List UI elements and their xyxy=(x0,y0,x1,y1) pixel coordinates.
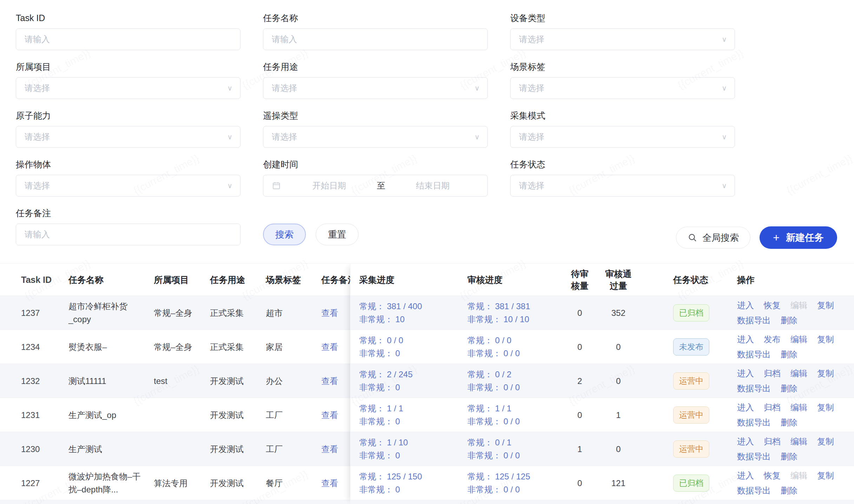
task-name-input[interactable]: 请输入 xyxy=(263,28,488,50)
cell-pending: 0 xyxy=(562,477,597,490)
action-archive[interactable]: 归档 xyxy=(764,401,781,414)
action-copy[interactable]: 复制 xyxy=(817,333,834,346)
filter-field-task-id: Task ID 请输入 xyxy=(16,13,241,50)
action-restore[interactable]: 恢复 xyxy=(764,299,781,312)
cell-passed: 0 xyxy=(597,340,639,353)
col-collect-progress: 采集进度 xyxy=(359,274,467,286)
cell-task-name: 微波炉加热食物–干扰–depth降... xyxy=(68,470,154,496)
cell-task-name: 生产测试 xyxy=(68,443,154,456)
action-export[interactable]: 数据导出 xyxy=(737,314,771,327)
view-note-link[interactable]: 查看 xyxy=(321,308,338,318)
object-select[interactable]: 请选择 ∨ xyxy=(16,175,241,197)
status-badge: 已归档 xyxy=(673,475,709,492)
global-search-label: 全局搜索 xyxy=(702,232,739,244)
cell-status: 已归档 xyxy=(673,475,733,492)
filter-label: 所属项目 xyxy=(16,61,241,72)
view-note-link[interactable]: 查看 xyxy=(321,410,338,420)
placeholder-text: 请输入 xyxy=(272,34,297,45)
filter-field-create-time: 创建时间 开始日期 至 结束日期 xyxy=(263,159,488,197)
placeholder-text: 请选择 xyxy=(519,34,544,45)
action-copy[interactable]: 复制 xyxy=(817,435,834,448)
global-search-button[interactable]: 全局搜索 xyxy=(676,227,750,248)
filter-field-task-remark: 任务备注 请输入 xyxy=(16,208,241,245)
view-note-link[interactable]: 查看 xyxy=(321,376,338,386)
end-date-placeholder: 结束日期 xyxy=(387,180,479,191)
action-copy[interactable]: 复制 xyxy=(817,469,834,482)
cell-actions: 进入归档编辑复制数据导出删除 xyxy=(737,401,854,429)
atomic-ability-select[interactable]: 请选择 ∨ xyxy=(16,126,241,148)
device-type-select[interactable]: 请选择 ∨ xyxy=(510,28,735,50)
scene-tag-select[interactable]: 请选择 ∨ xyxy=(510,77,735,99)
action-enter[interactable]: 进入 xyxy=(737,435,754,448)
cell-passed: 121 xyxy=(597,477,639,490)
filter-field-task-status: 任务状态 请选择 ∨ xyxy=(510,159,735,197)
create-time-range[interactable]: 开始日期 至 结束日期 xyxy=(263,175,488,197)
teleop-type-select[interactable]: 请选择 ∨ xyxy=(263,126,488,148)
action-edit: 编辑 xyxy=(790,469,807,482)
action-copy[interactable]: 复制 xyxy=(817,367,834,380)
filter-field-project: 所属项目 请选择 ∨ xyxy=(16,61,241,99)
task-status-select[interactable]: 请选择 ∨ xyxy=(510,175,735,197)
search-button[interactable]: 搜索 xyxy=(263,224,306,245)
create-task-label: 新建任务 xyxy=(786,231,824,244)
filter-label: 任务名称 xyxy=(263,13,488,23)
action-export[interactable]: 数据导出 xyxy=(737,450,771,463)
action-publish[interactable]: 发布 xyxy=(764,333,781,346)
action-enter[interactable]: 进入 xyxy=(737,333,754,346)
action-enter[interactable]: 进入 xyxy=(737,469,754,482)
search-icon xyxy=(688,233,697,243)
usage-select[interactable]: 请选择 ∨ xyxy=(263,77,488,99)
cell-task-id: 1231 xyxy=(21,409,68,422)
reset-button[interactable]: 重置 xyxy=(316,224,359,245)
cell-review-progress: 常规： 0 / 1非常规： 0 / 0 xyxy=(467,436,562,462)
cell-task-name: 生产测试_op xyxy=(68,409,154,422)
action-export[interactable]: 数据导出 xyxy=(737,484,771,497)
filter-field-object: 操作物体 请选择 ∨ xyxy=(16,159,241,197)
chevron-down-icon: ∨ xyxy=(227,84,232,92)
filter-label: 任务用途 xyxy=(263,61,488,72)
action-copy[interactable]: 复制 xyxy=(817,299,834,312)
action-copy[interactable]: 复制 xyxy=(817,401,834,414)
col-usage: 任务用途 xyxy=(210,274,266,286)
placeholder-text: 请选择 xyxy=(519,180,544,191)
cell-review-progress: 常规： 125 / 125非常规： 0 / 0 xyxy=(467,470,562,496)
action-delete[interactable]: 删除 xyxy=(781,382,797,395)
action-edit[interactable]: 编辑 xyxy=(790,333,807,346)
action-archive[interactable]: 归档 xyxy=(764,367,781,380)
cell-actions: 进入归档编辑复制数据导出删除 xyxy=(737,367,854,395)
action-delete[interactable]: 删除 xyxy=(781,416,797,429)
filter-label: 场景标签 xyxy=(510,61,735,72)
view-note-link[interactable]: 查看 xyxy=(321,444,338,454)
action-archive[interactable]: 归档 xyxy=(764,435,781,448)
project-select[interactable]: 请选择 ∨ xyxy=(16,77,241,99)
action-delete[interactable]: 删除 xyxy=(781,314,797,327)
cell-usage: 开发测试 xyxy=(210,443,266,456)
action-delete[interactable]: 删除 xyxy=(781,348,797,361)
action-edit[interactable]: 编辑 xyxy=(790,367,807,380)
task-remark-input[interactable]: 请输入 xyxy=(16,224,241,245)
view-note-link[interactable]: 查看 xyxy=(321,478,338,488)
filter-field-atomic-ability: 原子能力 请选择 ∨ xyxy=(16,110,241,148)
action-edit[interactable]: 编辑 xyxy=(790,401,807,414)
cell-scene: 家居 xyxy=(266,340,321,353)
action-export[interactable]: 数据导出 xyxy=(737,416,771,429)
action-enter[interactable]: 进入 xyxy=(737,299,754,312)
collect-mode-select[interactable]: 请选择 ∨ xyxy=(510,126,735,148)
filter-field-task-name: 任务名称 请输入 xyxy=(263,13,488,50)
action-edit[interactable]: 编辑 xyxy=(790,435,807,448)
action-delete[interactable]: 删除 xyxy=(781,450,797,463)
action-enter[interactable]: 进入 xyxy=(737,367,754,380)
task-id-input[interactable]: 请输入 xyxy=(16,28,241,50)
action-export[interactable]: 数据导出 xyxy=(737,348,771,361)
create-task-button[interactable]: + 新建任务 xyxy=(760,226,837,249)
cell-status: 已归档 xyxy=(673,304,733,321)
action-enter[interactable]: 进入 xyxy=(737,401,754,414)
action-restore[interactable]: 恢复 xyxy=(764,469,781,482)
cell-collect-progress: 常规： 2 / 245非常规： 0 xyxy=(359,368,467,394)
cell-collect-progress: 常规： 1 / 10非常规： 0 xyxy=(359,436,467,462)
table-body-right: 常规： 381 / 400非常规： 10 常规： 381 / 381非常规： 1… xyxy=(350,296,854,504)
view-note-link[interactable]: 查看 xyxy=(321,342,338,352)
action-delete[interactable]: 删除 xyxy=(781,484,797,497)
cell-passed: 0 xyxy=(597,374,639,387)
action-export[interactable]: 数据导出 xyxy=(737,382,771,395)
